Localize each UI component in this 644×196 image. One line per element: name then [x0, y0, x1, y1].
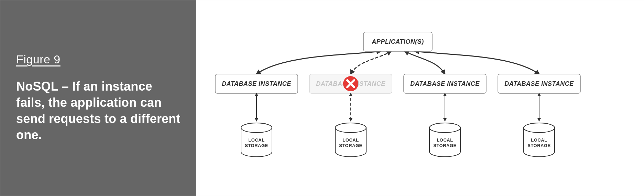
local-storage-3: LOCAL STORAGE — [429, 123, 460, 157]
local-storage-4-label-line2: STORAGE — [527, 143, 551, 148]
figure-caption: NoSQL – If an instance fails, the applic… — [16, 79, 181, 143]
db-instance-1-label: DATABASE INSTANCE — [222, 80, 291, 87]
connector-app-to-instance-4 — [415, 51, 539, 74]
local-storage-2-label-line2: STORAGE — [339, 143, 362, 148]
svg-point-6 — [241, 123, 272, 133]
local-storage-2: LOCAL STORAGE — [335, 123, 366, 157]
db-instance-4: DATABASE INSTANCE — [498, 74, 580, 93]
connector-app-to-instance-3 — [405, 51, 445, 74]
svg-point-8 — [429, 123, 460, 133]
error-x-icon — [343, 76, 358, 91]
local-storage-1-label-line2: STORAGE — [245, 143, 268, 148]
local-storage-1: LOCAL STORAGE — [241, 123, 272, 157]
local-storage-2-label-line1: LOCAL — [342, 137, 359, 143]
db-instance-3-label: DATABASE INSTANCE — [410, 80, 480, 87]
local-storage-3-label-line1: LOCAL — [437, 137, 453, 143]
local-storage-1-label-line1: LOCAL — [248, 137, 264, 143]
caption-panel: Figure 9 NoSQL – If an instance fails, t… — [0, 0, 196, 196]
local-storage-3-label-line2: STORAGE — [433, 143, 457, 148]
svg-point-7 — [335, 123, 366, 133]
db-instance-3: DATABASE INSTANCE — [404, 74, 486, 93]
application-label: APPLICATION(S) — [371, 38, 424, 45]
architecture-diagram: APPLICATION(S) DATABASE INSTANCE DATABAS… — [196, 0, 644, 196]
connector-app-to-instance-1 — [256, 51, 381, 74]
local-storage-4: LOCAL STORAGE — [524, 123, 555, 157]
svg-point-9 — [524, 123, 555, 133]
db-instance-1: DATABASE INSTANCE — [215, 74, 298, 93]
db-instance-2-failed: DATABASE INSTANCE — [309, 74, 392, 93]
figure-number: Figure 9 — [16, 53, 181, 66]
application-node: APPLICATION(S) — [363, 32, 432, 51]
local-storage-4-label-line1: LOCAL — [531, 137, 547, 143]
connector-app-to-instance-2-failed — [351, 51, 391, 74]
figure-container: Figure 9 NoSQL – If an instance fails, t… — [0, 0, 644, 196]
db-instance-4-label: DATABASE INSTANCE — [504, 80, 574, 87]
diagram-panel: APPLICATION(S) DATABASE INSTANCE DATABAS… — [196, 0, 644, 196]
